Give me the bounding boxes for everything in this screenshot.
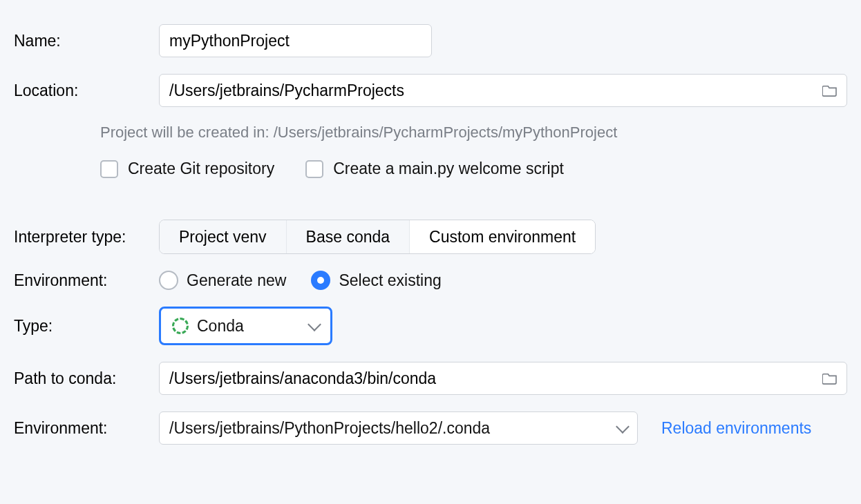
path-to-conda-label: Path to conda:	[14, 369, 116, 387]
create-mainpy-label: Create a main.py welcome script	[333, 159, 564, 178]
create-git-checkbox[interactable]: Create Git repository	[100, 159, 274, 178]
interpreter-type-segmented: Project venv Base conda Custom environme…	[159, 220, 596, 254]
new-project-form: Name: Location: Project will be created …	[0, 0, 861, 445]
browse-location-icon[interactable]	[822, 84, 838, 97]
environment-label: Environment:	[14, 419, 108, 437]
location-input[interactable]	[159, 74, 847, 107]
radio-select-existing[interactable]: Select existing	[311, 271, 441, 290]
location-label: Location:	[14, 81, 78, 99]
checkbox-box	[100, 160, 118, 178]
chevron-down-icon	[616, 420, 630, 434]
radio-generate-new[interactable]: Generate new	[159, 271, 286, 290]
environment-dropdown-value: /Users/jetbrains/PythonProjects/hello2/.…	[169, 419, 609, 438]
radio-circle	[159, 271, 178, 290]
segment-custom-environment[interactable]: Custom environment	[410, 220, 595, 253]
location-hint: Project will be created in: /Users/jetbr…	[100, 124, 847, 142]
create-git-label: Create Git repository	[128, 159, 274, 178]
segment-project-venv[interactable]: Project venv	[160, 220, 287, 253]
radio-select-existing-label: Select existing	[339, 271, 441, 290]
path-to-conda-input[interactable]	[159, 362, 847, 395]
type-dropdown[interactable]: Conda	[159, 307, 332, 345]
radio-circle	[311, 271, 330, 290]
radio-generate-new-label: Generate new	[187, 271, 286, 290]
reload-environments-link[interactable]: Reload environments	[661, 419, 811, 438]
environment-choice-label: Environment:	[14, 271, 108, 289]
segment-base-conda[interactable]: Base conda	[287, 220, 410, 253]
interpreter-type-label: Interpreter type:	[14, 228, 126, 246]
chevron-down-icon	[308, 318, 321, 331]
environment-dropdown[interactable]: /Users/jetbrains/PythonProjects/hello2/.…	[159, 411, 638, 445]
name-label: Name:	[14, 32, 61, 50]
checkbox-box	[305, 160, 323, 178]
type-label: Type:	[14, 317, 53, 335]
project-name-input[interactable]	[159, 24, 432, 57]
conda-icon	[172, 318, 189, 334]
browse-conda-path-icon[interactable]	[822, 372, 838, 385]
type-dropdown-value: Conda	[197, 317, 301, 336]
create-mainpy-checkbox[interactable]: Create a main.py welcome script	[305, 159, 564, 178]
